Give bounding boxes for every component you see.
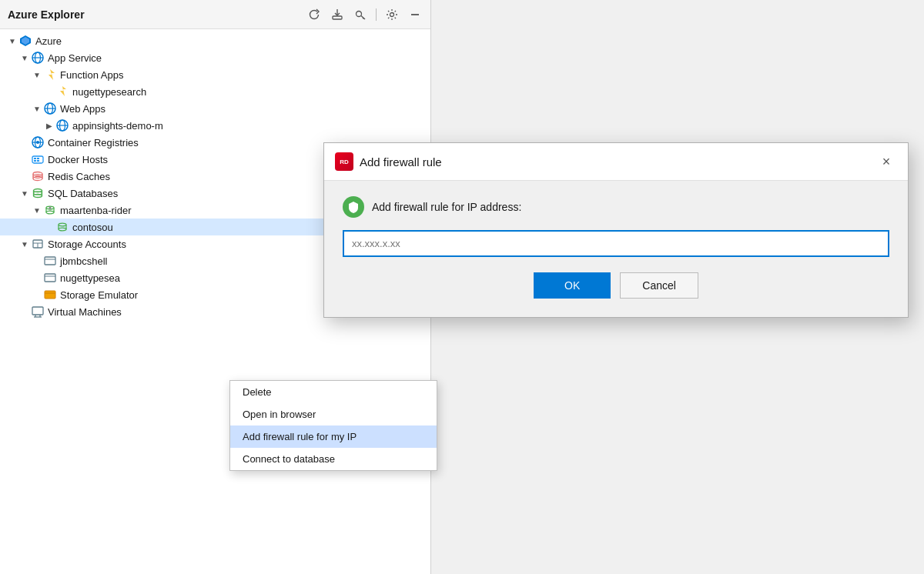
explorer-toolbar [306, 7, 423, 22]
toolbar-separator [376, 8, 377, 21]
maartenba-label: maartenba-rider [60, 205, 132, 216]
key-button[interactable] [353, 7, 368, 22]
containerregistries-label: Container Registries [48, 137, 139, 149]
dockerhosts-label: Docker Hosts [48, 154, 108, 165]
svg-point-2 [357, 11, 362, 16]
dialog-close-button[interactable]: × [875, 151, 897, 172]
tree-node-webapps[interactable]: Web Apps [0, 100, 430, 117]
nugettypesea-label: nugettypesea [60, 272, 120, 284]
ok-button[interactable]: OK [534, 272, 611, 299]
refresh-button[interactable] [306, 7, 322, 22]
context-menu-connect-database[interactable]: Connect to database [230, 448, 437, 470]
settings-button[interactable] [384, 7, 400, 22]
sqldatabases-label: SQL Databases [48, 188, 118, 199]
tree-node-nuget[interactable]: nugettypesearch [0, 83, 430, 100]
context-menu-open-browser[interactable]: Open in browser [230, 403, 437, 425]
tree-node-azure[interactable]: Azure [0, 32, 430, 49]
svg-rect-24 [32, 156, 43, 163]
appservice-icon [31, 51, 45, 65]
dialog-app-icon [335, 152, 353, 171]
virtualmachines-label: Virtual Machines [48, 306, 122, 318]
expand-virtualmachines [18, 305, 31, 318]
explorer-title: Azure Explorer [8, 8, 85, 21]
rediscaches-label: Redis Caches [48, 171, 110, 182]
svg-rect-56 [45, 291, 55, 299]
rediscaches-icon [31, 169, 45, 183]
svg-point-5 [390, 12, 394, 16]
storageaccounts-icon [31, 237, 45, 251]
context-menu-add-firewall[interactable]: Add firewall rule for my IP [230, 425, 437, 448]
expand-appinsights [43, 119, 55, 132]
functionapps-icon [43, 68, 57, 82]
expand-storageemulator [31, 289, 43, 301]
expand-nuget [43, 85, 55, 98]
explorer-header: Azure Explorer [0, 0, 430, 29]
expand-contosou [43, 221, 55, 233]
dialog-buttons: OK Cancel [343, 272, 889, 299]
dialog-description-text: Add firewall rule for IP address: [372, 201, 521, 213]
virtualmachines-icon [31, 305, 45, 319]
azure-icon [18, 34, 32, 48]
svg-point-48 [59, 228, 66, 231]
dialog-title-left: Add firewall rule [335, 152, 442, 171]
shield-icon [343, 196, 364, 218]
webapps-icon [43, 102, 57, 115]
expand-rediscaches [18, 170, 31, 182]
storageaccounts-label: Storage Accounts [48, 239, 126, 250]
tree-node-functionapps[interactable]: Function Apps [0, 66, 430, 83]
expand-jbmbcshell [31, 255, 43, 267]
appinsights-icon [55, 118, 69, 132]
expand-dockerhosts [18, 153, 31, 165]
svg-rect-25 [34, 158, 36, 159]
sqldatabases-icon [31, 186, 45, 200]
svg-rect-26 [37, 158, 39, 159]
svg-point-23 [36, 141, 39, 144]
jbmbcshell-label: jbmbcshell [60, 255, 107, 267]
expand-storageaccounts [18, 238, 31, 250]
dialog-title-text: Add firewall rule [360, 155, 442, 169]
azure-label: Azure [35, 35, 62, 47]
svg-marker-13 [60, 86, 66, 96]
expand-nugettypesea [31, 272, 43, 284]
export-button[interactable] [330, 7, 345, 22]
functionapps-label: Function Apps [60, 69, 123, 81]
dialog-body: Add firewall rule for IP address: OK Can… [324, 181, 908, 317]
svg-point-45 [59, 223, 66, 226]
minimize-button[interactable] [407, 7, 423, 22]
svg-rect-27 [37, 160, 39, 162]
contosou-icon [55, 220, 69, 234]
svg-rect-52 [45, 257, 55, 265]
nuget-label: nugettypesearch [72, 86, 146, 98]
tree-node-appservice[interactable]: App Service [0, 49, 430, 66]
expand-webapps [31, 102, 43, 115]
nuget-icon [55, 85, 69, 98]
jbmbcshell-icon [43, 254, 57, 268]
svg-rect-28 [34, 160, 36, 162]
nugettypesea-icon [43, 271, 57, 285]
expand-containerregistries [18, 136, 31, 149]
tree-node-appinsights[interactable]: appinsights-demo-m [0, 117, 430, 134]
appservice-label: App Service [48, 52, 102, 64]
maartenba-icon [43, 203, 57, 217]
storageemulator-icon [43, 288, 57, 302]
svg-point-43 [49, 207, 52, 209]
storageemulator-label: Storage Emulator [60, 289, 138, 301]
webapps-label: Web Apps [60, 103, 105, 115]
expand-azure [6, 35, 18, 47]
cancel-button[interactable]: Cancel [620, 272, 698, 299]
svg-point-42 [46, 211, 54, 214]
svg-marker-12 [49, 69, 55, 80]
dockerhosts-icon [31, 152, 45, 166]
expand-maartenba [31, 204, 43, 216]
context-menu-delete[interactable]: Delete [230, 381, 437, 403]
svg-rect-54 [45, 274, 55, 282]
expand-appservice [18, 52, 31, 64]
appinsights-label: appinsights-demo-m [72, 120, 163, 132]
dialog-titlebar: Add firewall rule × [324, 143, 908, 181]
add-firewall-dialog: Add firewall rule × Add firewall rule fo… [323, 142, 909, 318]
expand-sqldatabases [18, 187, 31, 199]
svg-rect-58 [32, 307, 43, 315]
contosou-label: contosou [72, 222, 113, 233]
expand-functionapps [31, 68, 43, 81]
ip-address-input[interactable] [343, 230, 889, 257]
